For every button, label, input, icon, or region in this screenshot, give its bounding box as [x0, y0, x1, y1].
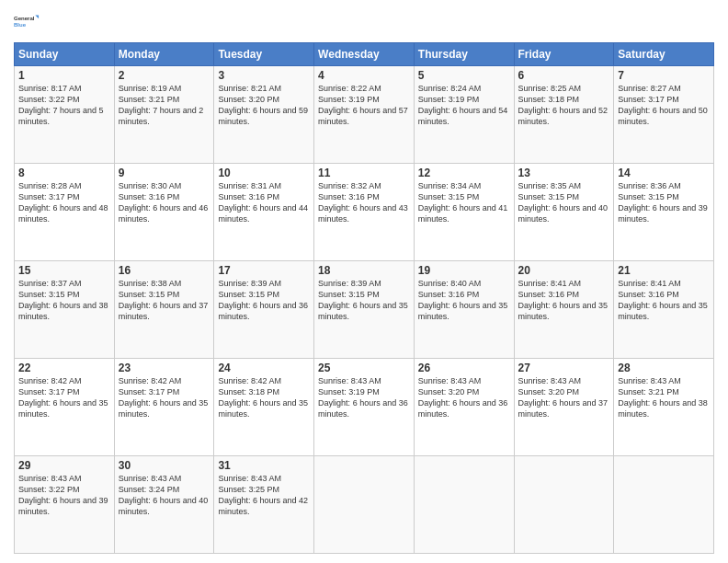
- calendar-cell: 5Sunrise: 8:24 AMSunset: 3:19 PMDaylight…: [414, 66, 514, 164]
- calendar-cell: 19Sunrise: 8:40 AMSunset: 3:16 PMDayligh…: [414, 261, 514, 359]
- svg-text:Blue: Blue: [14, 22, 27, 28]
- day-info: Sunrise: 8:43 AMSunset: 3:25 PMDaylight:…: [218, 473, 310, 518]
- day-number: 18: [318, 264, 410, 277]
- weekday-header: Sunday: [15, 43, 115, 66]
- day-number: 26: [418, 362, 510, 374]
- day-number: 22: [18, 362, 110, 374]
- calendar: SundayMondayTuesdayWednesdayThursdayFrid…: [14, 42, 714, 554]
- day-number: 27: [518, 362, 610, 374]
- day-info: Sunrise: 8:21 AMSunset: 3:20 PMDaylight:…: [218, 83, 310, 128]
- calendar-cell: 23Sunrise: 8:42 AMSunset: 3:17 PMDayligh…: [114, 359, 214, 456]
- calendar-cell: 7Sunrise: 8:27 AMSunset: 3:17 PMDaylight…: [614, 66, 714, 164]
- svg-marker-1: [35, 16, 39, 19]
- day-number: 28: [618, 362, 710, 374]
- calendar-cell: 11Sunrise: 8:32 AMSunset: 3:16 PMDayligh…: [314, 164, 415, 261]
- day-info: Sunrise: 8:30 AMSunset: 3:16 PMDaylight:…: [119, 180, 210, 225]
- day-info: Sunrise: 8:43 AMSunset: 3:20 PMDaylight:…: [418, 375, 510, 420]
- weekday-header: Saturday: [614, 43, 714, 66]
- calendar-cell: 30Sunrise: 8:43 AMSunset: 3:24 PMDayligh…: [114, 456, 214, 554]
- svg-text:General: General: [14, 16, 35, 21]
- day-info: Sunrise: 8:39 AMSunset: 3:15 PMDaylight:…: [218, 278, 310, 323]
- calendar-cell: 24Sunrise: 8:42 AMSunset: 3:18 PMDayligh…: [214, 359, 314, 456]
- day-info: Sunrise: 8:24 AMSunset: 3:19 PMDaylight:…: [418, 83, 510, 128]
- logo: General Blue: [14, 9, 40, 35]
- day-info: Sunrise: 8:19 AMSunset: 3:21 PMDaylight:…: [119, 83, 210, 128]
- day-number: 2: [119, 69, 210, 82]
- day-info: Sunrise: 8:42 AMSunset: 3:18 PMDaylight:…: [218, 375, 310, 420]
- day-info: Sunrise: 8:40 AMSunset: 3:16 PMDaylight:…: [418, 278, 510, 323]
- day-number: 31: [218, 459, 310, 472]
- day-info: Sunrise: 8:43 AMSunset: 3:24 PMDaylight:…: [119, 473, 210, 518]
- page: General Blue SundayMondayTuesdayWednesda…: [0, 0, 728, 563]
- day-number: 4: [318, 69, 410, 82]
- day-info: Sunrise: 8:28 AMSunset: 3:17 PMDaylight:…: [18, 180, 110, 225]
- day-number: 8: [18, 167, 110, 179]
- weekday-header: Friday: [514, 43, 614, 66]
- calendar-cell: 1Sunrise: 8:17 AMSunset: 3:22 PMDaylight…: [15, 66, 115, 164]
- weekday-header: Thursday: [414, 43, 514, 66]
- calendar-cell: 8Sunrise: 8:28 AMSunset: 3:17 PMDaylight…: [15, 164, 115, 261]
- day-info: Sunrise: 8:32 AMSunset: 3:16 PMDaylight:…: [318, 180, 410, 225]
- day-info: Sunrise: 8:27 AMSunset: 3:17 PMDaylight:…: [618, 83, 710, 128]
- calendar-cell: 26Sunrise: 8:43 AMSunset: 3:20 PMDayligh…: [414, 359, 514, 456]
- day-number: 12: [418, 167, 510, 179]
- calendar-cell: 15Sunrise: 8:37 AMSunset: 3:15 PMDayligh…: [15, 261, 115, 359]
- calendar-cell: [314, 456, 415, 554]
- calendar-cell: [514, 456, 614, 554]
- day-number: 24: [218, 362, 310, 374]
- calendar-cell: 31Sunrise: 8:43 AMSunset: 3:25 PMDayligh…: [214, 456, 314, 554]
- day-info: Sunrise: 8:34 AMSunset: 3:15 PMDaylight:…: [418, 180, 510, 225]
- day-info: Sunrise: 8:43 AMSunset: 3:20 PMDaylight:…: [518, 375, 610, 420]
- weekday-header: Monday: [114, 43, 214, 66]
- day-number: 21: [618, 264, 710, 277]
- day-number: 10: [218, 167, 310, 179]
- day-info: Sunrise: 8:37 AMSunset: 3:15 PMDaylight:…: [18, 278, 110, 323]
- day-number: 25: [318, 362, 410, 374]
- day-info: Sunrise: 8:41 AMSunset: 3:16 PMDaylight:…: [618, 278, 710, 323]
- day-number: 11: [318, 167, 410, 179]
- day-info: Sunrise: 8:39 AMSunset: 3:15 PMDaylight:…: [318, 278, 410, 323]
- day-number: 19: [418, 264, 510, 277]
- calendar-cell: [414, 456, 514, 554]
- day-info: Sunrise: 8:35 AMSunset: 3:15 PMDaylight:…: [518, 180, 610, 225]
- day-info: Sunrise: 8:43 AMSunset: 3:22 PMDaylight:…: [18, 473, 110, 518]
- day-info: Sunrise: 8:25 AMSunset: 3:18 PMDaylight:…: [518, 83, 610, 128]
- calendar-cell: 27Sunrise: 8:43 AMSunset: 3:20 PMDayligh…: [514, 359, 614, 456]
- calendar-cell: 28Sunrise: 8:43 AMSunset: 3:21 PMDayligh…: [614, 359, 714, 456]
- day-info: Sunrise: 8:17 AMSunset: 3:22 PMDaylight:…: [18, 83, 110, 128]
- day-info: Sunrise: 8:22 AMSunset: 3:19 PMDaylight:…: [318, 83, 410, 128]
- day-number: 9: [119, 167, 210, 179]
- day-number: 1: [18, 69, 110, 82]
- calendar-cell: 12Sunrise: 8:34 AMSunset: 3:15 PMDayligh…: [414, 164, 514, 261]
- weekday-header: Wednesday: [314, 43, 415, 66]
- header: General Blue: [14, 9, 714, 35]
- day-number: 3: [218, 69, 310, 82]
- logo-icon: General Blue: [14, 9, 40, 35]
- calendar-cell: 13Sunrise: 8:35 AMSunset: 3:15 PMDayligh…: [514, 164, 614, 261]
- day-number: 15: [18, 264, 110, 277]
- calendar-cell: 29Sunrise: 8:43 AMSunset: 3:22 PMDayligh…: [15, 456, 115, 554]
- day-number: 7: [618, 69, 710, 82]
- day-number: 6: [518, 69, 610, 82]
- day-number: 13: [518, 167, 610, 179]
- day-info: Sunrise: 8:38 AMSunset: 3:15 PMDaylight:…: [119, 278, 210, 323]
- calendar-cell: 4Sunrise: 8:22 AMSunset: 3:19 PMDaylight…: [314, 66, 415, 164]
- day-info: Sunrise: 8:43 AMSunset: 3:21 PMDaylight:…: [618, 375, 710, 420]
- day-number: 30: [119, 459, 210, 472]
- weekday-header: Tuesday: [214, 43, 314, 66]
- calendar-cell: 6Sunrise: 8:25 AMSunset: 3:18 PMDaylight…: [514, 66, 614, 164]
- calendar-cell: 17Sunrise: 8:39 AMSunset: 3:15 PMDayligh…: [214, 261, 314, 359]
- calendar-cell: 18Sunrise: 8:39 AMSunset: 3:15 PMDayligh…: [314, 261, 415, 359]
- calendar-cell: 22Sunrise: 8:42 AMSunset: 3:17 PMDayligh…: [15, 359, 115, 456]
- calendar-cell: 14Sunrise: 8:36 AMSunset: 3:15 PMDayligh…: [614, 164, 714, 261]
- calendar-cell: 21Sunrise: 8:41 AMSunset: 3:16 PMDayligh…: [614, 261, 714, 359]
- day-number: 20: [518, 264, 610, 277]
- day-number: 17: [218, 264, 310, 277]
- day-number: 5: [418, 69, 510, 82]
- day-number: 16: [119, 264, 210, 277]
- calendar-cell: 10Sunrise: 8:31 AMSunset: 3:16 PMDayligh…: [214, 164, 314, 261]
- day-info: Sunrise: 8:31 AMSunset: 3:16 PMDaylight:…: [218, 180, 310, 225]
- day-info: Sunrise: 8:43 AMSunset: 3:19 PMDaylight:…: [318, 375, 410, 420]
- day-info: Sunrise: 8:41 AMSunset: 3:16 PMDaylight:…: [518, 278, 610, 323]
- day-info: Sunrise: 8:42 AMSunset: 3:17 PMDaylight:…: [119, 375, 210, 420]
